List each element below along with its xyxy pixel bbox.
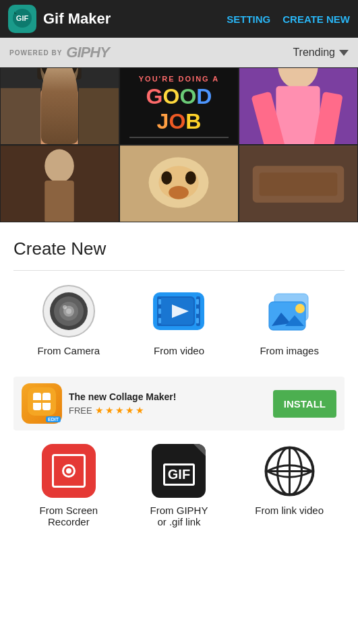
svg-point-23 [169,186,189,199]
svg-rect-41 [158,318,161,323]
svg-point-33 [63,305,67,309]
gif-file-label: GIF [163,463,195,486]
ad-edit-badge: EDIT [46,416,61,422]
svg-point-16 [44,150,74,183]
ad-title: The new Collage Maker! [69,391,266,402]
from-giphy-option[interactable]: GIF From GIPHY or .gif link [138,444,219,527]
logo-text: GIF [11,7,33,30]
header-navigation: SETTING CREATE NEW [227,13,350,25]
screen-rec-frame [52,454,86,488]
from-camera-label: From Camera [38,345,100,356]
svg-rect-26 [260,172,338,196]
from-images-option[interactable]: From images [249,284,330,356]
setting-nav-button[interactable]: SETTING [227,13,270,25]
screen-rec-dot-inner [66,468,71,474]
svg-text:GIF: GIF [16,14,29,22]
gif-cell-5[interactable] [119,145,239,222]
dropdown-arrow-icon [339,50,349,56]
app-header: GIF Gif Maker SETTING CREATE NEW [0,0,358,38]
section-divider [13,270,345,271]
from-screen-recorder-label-1: From Screen [39,505,98,516]
gif-cell-4[interactable] [0,145,119,222]
svg-point-21 [161,171,172,185]
svg-point-52 [295,304,305,313]
app-title: Gif Maker [43,10,227,28]
svg-rect-8 [37,67,81,79]
gif-cell-6[interactable] [239,145,358,222]
svg-rect-11 [276,86,320,145]
from-images-label: From images [260,345,319,356]
star-1: ★ [95,405,104,416]
from-link-video-option[interactable]: From link video [249,444,330,516]
images-icon [262,284,316,338]
trending-label: Trending [293,46,335,59]
ad-free-row: FREE ★ ★ ★ ★ ★ [69,405,266,416]
from-screen-recorder-label-2: Recorder [48,516,90,527]
star-5: ★ [136,405,144,416]
screen-recorder-icon [42,444,96,498]
create-options-row-1: From Camera [13,284,345,356]
gif-cell-3[interactable] [239,67,358,145]
create-new-title: Create New [13,238,345,259]
svg-rect-6 [79,88,119,145]
screen-rec-circle [62,464,76,478]
create-new-section: Create New From Camera [0,222,358,377]
ad-content: The new Collage Maker! FREE ★ ★ ★ ★ ★ [69,391,266,416]
svg-point-32 [66,309,71,314]
ad-banner: EDIT The new Collage Maker! FREE ★ ★ ★ ★… [13,377,345,430]
create-new-nav-button[interactable]: CREATE NEW [282,13,350,25]
powered-by-label: POWERED BY [9,49,62,57]
svg-rect-4 [40,88,78,145]
star-3: ★ [115,405,124,416]
svg-point-22 [185,171,196,185]
giphy-bar: POWERED BY GIPHY Trending [0,38,358,67]
gif-letter-g: G [146,84,163,109]
svg-rect-56 [33,400,51,403]
from-link-video-label: From link video [255,505,324,516]
gif-text-youre: YOU'RE DOING A [139,75,219,83]
svg-rect-40 [158,309,161,314]
from-camera-option[interactable]: From Camera [28,284,109,356]
ad-stars: ★ ★ ★ ★ ★ [95,405,144,416]
from-giphy-label-2: or .gif link [157,516,200,527]
star-4: ★ [125,405,134,416]
giphy-logo: GIPHY [66,44,293,61]
from-giphy-label-1: From GIPHY [150,505,208,516]
video-icon [152,284,206,338]
svg-rect-44 [196,318,199,323]
camera-icon [42,284,96,338]
ad-app-logo [28,387,56,420]
from-screen-recorder-option[interactable]: From Screen Recorder [28,444,109,527]
trending-dropdown[interactable]: Trending [293,46,349,59]
gif-cell-1[interactable] [0,67,119,145]
from-video-option[interactable]: From video [138,284,219,356]
svg-point-3 [40,67,78,91]
svg-rect-5 [1,88,40,145]
app-logo: GIF [8,5,36,33]
ad-app-icon: EDIT [22,383,62,424]
from-video-label: From video [154,345,204,356]
gif-file-fold [193,444,206,456]
svg-rect-39 [158,299,161,304]
gif-cell-2[interactable]: YOU'RE DOING A G O O D J O B [119,67,239,145]
create-options-row-2: From Screen Recorder GIF From GIPHY or .… [0,444,358,541]
gif-grid: YOU'RE DOING A G O O D J O B [0,67,358,222]
svg-rect-17 [44,181,74,222]
gif-file-icon: GIF [152,444,206,498]
ad-free-label: FREE [69,406,92,416]
star-2: ★ [105,405,114,416]
globe-icon [262,444,316,498]
svg-rect-42 [196,299,199,304]
install-button[interactable]: INSTALL [273,390,336,418]
svg-rect-43 [196,309,199,314]
